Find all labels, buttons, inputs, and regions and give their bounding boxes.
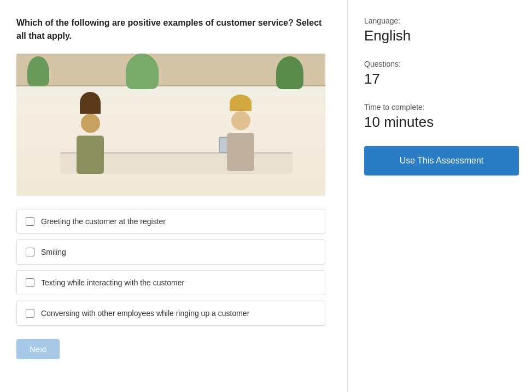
questions-value: 17 — [364, 71, 519, 87]
person2-hair — [230, 95, 252, 111]
questions-label: Questions: — [364, 60, 519, 68]
option-list: Greeting the customer at the register Sm… — [16, 209, 325, 326]
option-checkbox-3[interactable] — [26, 278, 34, 287]
option-label-3: Texting while interacting with the custo… — [41, 278, 184, 287]
use-assessment-button[interactable]: Use This Assessment — [364, 146, 519, 175]
scene-plant — [27, 56, 49, 86]
option-checkbox-2[interactable] — [26, 248, 34, 256]
scene-person-1 — [71, 103, 109, 174]
question-text: Which of the following are positive exam… — [16, 16, 325, 43]
person1-body — [77, 136, 104, 174]
right-panel: Language: English Questions: 17 Time to … — [348, 0, 532, 392]
scene-plant-3 — [276, 56, 303, 89]
option-checkbox-4[interactable] — [26, 309, 34, 318]
person2-body — [227, 133, 254, 171]
left-panel: Which of the following are positive exam… — [0, 0, 348, 392]
person1-head — [81, 114, 100, 133]
time-label: Time to complete: — [364, 103, 519, 112]
language-value: English — [364, 27, 519, 44]
option-label-4: Conversing with other employees while ri… — [41, 309, 249, 318]
question-image — [16, 54, 325, 196]
time-value: 10 minutes — [364, 114, 519, 131]
person2-head — [231, 111, 250, 130]
option-item-4[interactable]: Conversing with other employees while ri… — [16, 301, 325, 326]
next-button[interactable]: Next — [16, 339, 60, 359]
option-label-1: Greeting the customer at the register — [41, 217, 166, 226]
option-item-3[interactable]: Texting while interacting with the custo… — [16, 270, 325, 295]
option-item-2[interactable]: Smiling — [16, 239, 325, 265]
image-scene — [16, 54, 325, 196]
language-label: Language: — [364, 16, 519, 25]
option-label-2: Smiling — [41, 248, 66, 256]
scene-plant-2 — [126, 54, 159, 89]
person1-hair — [80, 92, 101, 114]
option-item-1[interactable]: Greeting the customer at the register — [16, 209, 325, 234]
scene-person-2 — [221, 103, 260, 174]
option-checkbox-1[interactable] — [26, 217, 34, 226]
page-wrapper: Which of the following are positive exam… — [0, 0, 532, 392]
